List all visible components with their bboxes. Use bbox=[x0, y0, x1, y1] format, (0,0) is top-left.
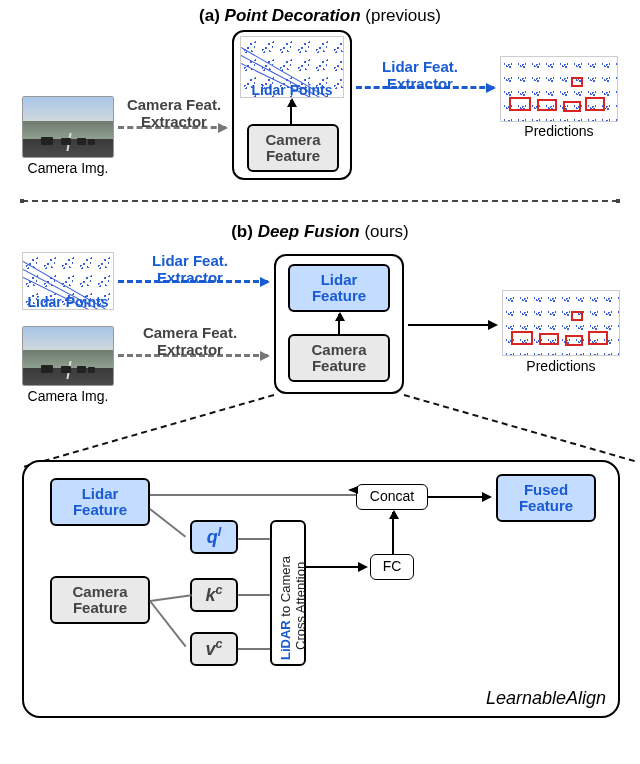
camera-img-label-b: Camera Img. bbox=[20, 388, 116, 404]
camera-feat-extractor-label-b: Camera Feat. Extractor bbox=[120, 324, 260, 359]
la-concat: Concat bbox=[356, 484, 428, 510]
predictions-label-b: Predictions bbox=[502, 358, 620, 374]
line-lidar-concat-1 bbox=[150, 494, 360, 496]
vert-arrow-a bbox=[290, 100, 292, 124]
title-a-suffix: (previous) bbox=[361, 6, 441, 25]
lidar-feat-extractor-label-b: Lidar Feat. Extractor bbox=[120, 252, 260, 287]
vert-arrow-b bbox=[338, 314, 340, 334]
title-b: (b) Deep Fusion (ours) bbox=[0, 222, 640, 242]
predictions-b bbox=[502, 290, 620, 356]
title-a-prefix: (a) bbox=[199, 6, 225, 25]
title-b-suffix: (ours) bbox=[360, 222, 409, 241]
learnable-align-label: LearnableAlign bbox=[486, 688, 606, 709]
line-ql-ca bbox=[238, 538, 270, 540]
camera-thumb-a bbox=[22, 96, 114, 158]
line-kc-ca bbox=[238, 594, 270, 596]
lidar-points-label-a: Lidar Points bbox=[240, 82, 344, 98]
line-ca-fc bbox=[306, 566, 366, 568]
line-vc-ca bbox=[238, 648, 270, 650]
line-concat-fused bbox=[428, 496, 490, 498]
title-a-name: Point Decoration bbox=[225, 6, 361, 25]
figure: { "title_a_prefix": "(a) ", "title_a_nam… bbox=[0, 0, 640, 764]
svg-marker-0 bbox=[348, 486, 358, 494]
la-lidar-feature: Lidar Feature bbox=[50, 478, 150, 526]
zoom-leader-right bbox=[404, 394, 635, 462]
la-cross-attention-text: LiDAR to Camera bbox=[278, 520, 293, 660]
la-v-c: vc bbox=[190, 632, 238, 666]
camera-feature-box-a: Camera Feature bbox=[247, 124, 339, 172]
predictions-label-a: Predictions bbox=[500, 123, 618, 139]
section-divider bbox=[22, 200, 618, 202]
lidar-feat-extractor-label-a: Lidar Feat. Extractor bbox=[358, 58, 482, 93]
zoom-leader-left bbox=[24, 394, 274, 468]
camera-thumb-b bbox=[22, 326, 114, 386]
la-k-c: kc bbox=[190, 578, 238, 612]
title-a: (a) Point Decoration (previous) bbox=[0, 6, 640, 26]
lidar-points-label-b: Lidar Points bbox=[22, 294, 114, 310]
line-fc-concat bbox=[392, 512, 394, 554]
camera-feature-box-b: Camera Feature bbox=[288, 334, 390, 382]
la-cross-attention-text2: Cross Attention bbox=[293, 520, 308, 650]
camera-img-label-a: Camera Img. bbox=[20, 160, 116, 176]
output-arrow-b bbox=[408, 324, 496, 326]
lidar-feature-box-b: Lidar Feature bbox=[288, 264, 390, 312]
camera-feat-extractor-label-a: Camera Feat. Extractor bbox=[116, 96, 232, 131]
la-camera-feature: Camera Feature bbox=[50, 576, 150, 624]
predictions-a bbox=[500, 56, 618, 122]
arrowhead-into-concat-top bbox=[348, 486, 362, 500]
la-fused-feature: Fused Feature bbox=[496, 474, 596, 522]
title-b-name: Deep Fusion bbox=[258, 222, 360, 241]
la-q-l: ql bbox=[190, 520, 238, 554]
title-b-prefix: (b) bbox=[231, 222, 257, 241]
la-fc: FC bbox=[370, 554, 414, 580]
